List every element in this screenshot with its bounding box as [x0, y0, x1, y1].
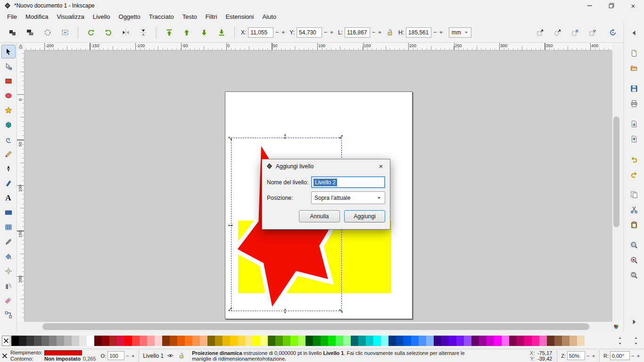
- zoom-selection-button[interactable]: [627, 238, 641, 252]
- pencil-tool[interactable]: [1, 147, 16, 161]
- color-swatch[interactable]: [49, 336, 57, 346]
- affect-corners-toggle[interactable]: [551, 26, 564, 39]
- horizontal-ruler[interactable]: -200-150-100-50050100150200250300350400: [25, 43, 612, 50]
- rotate-cw-button[interactable]: [102, 26, 115, 39]
- color-swatch[interactable]: [283, 336, 290, 346]
- select-all-button[interactable]: [6, 26, 19, 39]
- dropper-tool[interactable]: [1, 235, 16, 248]
- print-document-button[interactable]: [627, 97, 641, 111]
- color-swatch[interactable]: [524, 336, 532, 346]
- selector-tool[interactable]: [1, 45, 16, 58]
- fill-color-swatch[interactable]: [44, 350, 82, 355]
- connector-tool[interactable]: [1, 308, 16, 321]
- export-button[interactable]: [627, 132, 641, 146]
- color-swatch[interactable]: [64, 336, 72, 346]
- color-swatch[interactable]: [155, 336, 162, 346]
- menu-item-visualizza[interactable]: Visualizza: [52, 12, 88, 22]
- cut-button[interactable]: [627, 203, 641, 217]
- horizontal-scroll-thumb[interactable]: [42, 323, 589, 330]
- vertical-scrollbar[interactable]: [612, 50, 620, 321]
- affect-gradient-toggle[interactable]: [569, 26, 582, 39]
- layer-visibility-toggle[interactable]: [165, 351, 175, 361]
- x-increment-button[interactable]: +: [280, 27, 286, 38]
- restore-button[interactable]: [601, 0, 622, 11]
- menu-item-testo[interactable]: Testo: [178, 12, 201, 22]
- calligraphy-tool[interactable]: [1, 176, 16, 190]
- paste-button[interactable]: [627, 218, 641, 232]
- vertical-ruler[interactable]: 050100150200: [17, 50, 25, 321]
- minimize-button[interactable]: [579, 0, 601, 11]
- palette-config-down-button[interactable]: [630, 341, 642, 346]
- color-swatch[interactable]: [321, 336, 328, 346]
- color-swatch[interactable]: [343, 336, 351, 346]
- zoom-drawing-button[interactable]: [627, 253, 641, 267]
- selection-handle-s[interactable]: ↔: [282, 307, 290, 315]
- zoom-decrement-button[interactable]: −: [585, 351, 591, 360]
- color-swatch[interactable]: [404, 336, 411, 346]
- current-layer-label[interactable]: Livello 1: [143, 353, 164, 359]
- color-swatch[interactable]: [230, 336, 238, 346]
- menu-item-aiuto[interactable]: Aiuto: [258, 12, 281, 22]
- star-tool[interactable]: [1, 103, 16, 117]
- color-swatch[interactable]: [411, 336, 419, 346]
- color-swatch[interactable]: [570, 336, 577, 346]
- color-swatch[interactable]: [305, 336, 313, 346]
- width-field-input[interactable]: 116,867: [345, 27, 370, 38]
- color-manage-icon[interactable]: [613, 323, 619, 330]
- color-swatch[interactable]: [207, 336, 215, 346]
- width-decrement-button[interactable]: −: [371, 27, 377, 38]
- color-swatch[interactable]: [192, 336, 200, 346]
- color-swatch[interactable]: [124, 336, 132, 346]
- deselect-button[interactable]: [41, 26, 54, 39]
- opacity-input[interactable]: 100: [107, 351, 124, 360]
- dialog-close-button[interactable]: ×: [376, 162, 386, 170]
- color-swatch[interactable]: [502, 336, 509, 346]
- color-swatch[interactable]: [471, 336, 479, 346]
- lower-button[interactable]: [198, 26, 211, 39]
- menu-item-estensioni[interactable]: Estensioni: [221, 12, 258, 22]
- rectangle-tool[interactable]: [1, 74, 16, 88]
- color-swatch[interactable]: [57, 336, 64, 346]
- unit-dropdown[interactable]: mm: [449, 27, 471, 38]
- color-swatch[interactable]: [11, 336, 19, 346]
- raise-button[interactable]: [180, 26, 193, 39]
- open-document-button[interactable]: [627, 61, 641, 75]
- color-swatch[interactable]: [87, 336, 94, 346]
- height-field-input[interactable]: 185,561: [406, 27, 431, 38]
- color-swatch[interactable]: [419, 336, 426, 346]
- redo-button[interactable]: [627, 167, 641, 181]
- color-swatch[interactable]: [102, 336, 109, 346]
- color-swatch[interactable]: [539, 336, 547, 346]
- dialog-title-bar[interactable]: Aggiungi livello ×: [262, 159, 390, 173]
- color-swatch[interactable]: [185, 336, 192, 346]
- color-swatch[interactable]: [253, 336, 260, 346]
- horizontal-scrollbar[interactable]: [25, 321, 612, 331]
- selection-cue-button[interactable]: [58, 26, 72, 39]
- color-swatch[interactable]: [79, 336, 87, 346]
- color-swatch[interactable]: [554, 336, 562, 346]
- mesh-tool[interactable]: [1, 220, 16, 234]
- color-swatch[interactable]: [117, 336, 124, 346]
- lock-aspect-toggle[interactable]: [385, 27, 395, 38]
- new-document-button[interactable]: [627, 46, 641, 60]
- rotation-increment-button[interactable]: +: [636, 351, 641, 360]
- undo-button[interactable]: [627, 152, 641, 166]
- color-swatch[interactable]: [434, 336, 441, 346]
- copy-button[interactable]: [627, 188, 641, 202]
- affect-pattern-toggle[interactable]: [586, 26, 599, 39]
- menu-item-oggetto[interactable]: Oggetto: [115, 12, 145, 22]
- node-tool[interactable]: [1, 59, 16, 73]
- menu-item-modifica[interactable]: Modifica: [21, 12, 52, 22]
- color-swatch[interactable]: [441, 336, 449, 346]
- width-increment-button[interactable]: +: [377, 27, 383, 38]
- color-swatch[interactable]: [479, 336, 487, 346]
- text-tool[interactable]: A: [1, 191, 16, 205]
- palette-config-up-button[interactable]: [630, 335, 642, 341]
- rotation-decrement-button[interactable]: −: [630, 351, 636, 360]
- spiral-tool[interactable]: [1, 132, 16, 146]
- select-all-layers-button[interactable]: [24, 26, 37, 39]
- color-swatch[interactable]: [351, 336, 358, 346]
- color-swatch[interactable]: [140, 336, 147, 346]
- color-swatch[interactable]: [268, 336, 275, 346]
- color-swatch[interactable]: [509, 336, 517, 346]
